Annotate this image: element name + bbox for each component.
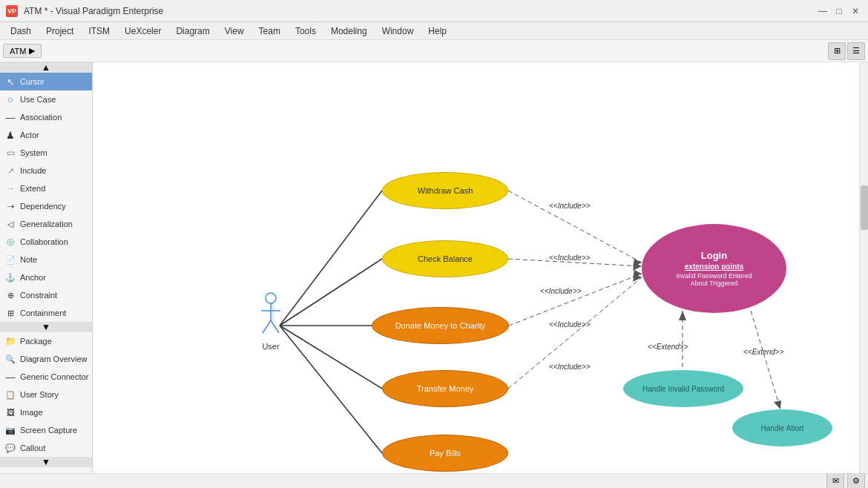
svg-marker-12	[633, 274, 642, 282]
sidebar-item-diagram[interactable]: Diagram Overview	[0, 350, 92, 368]
sidebar-item-containment[interactable]: Containment	[0, 304, 92, 322]
diagram-canvas[interactable]: User Withdraw Cash Check Balance Donate …	[93, 62, 868, 473]
menu-team[interactable]: Team	[251, 24, 288, 38]
package-icon	[4, 335, 16, 347]
list-view-button[interactable]: ☰	[847, 42, 865, 60]
sidebar-collapse-mid[interactable]: ▼	[0, 322, 92, 332]
breadcrumb[interactable]: ATM ▶	[3, 44, 42, 58]
include-label-2: <<Include>>	[549, 254, 591, 262]
main-layout: ▲ Cursor Use Case Association Actor Syst…	[0, 62, 868, 473]
sidebar-label-generalization: Generalization	[20, 220, 73, 228]
sidebar-item-package[interactable]: Package	[0, 332, 92, 350]
sidebar-label-extend: Extend	[20, 184, 45, 193]
actor-figure	[260, 292, 282, 340]
menu-window[interactable]: Window	[375, 24, 421, 38]
menu-uexceler[interactable]: UeXceler	[117, 24, 168, 38]
sidebar-item-extend[interactable]: Extend	[0, 179, 92, 197]
sidebar-item-system[interactable]: System	[0, 144, 92, 162]
svg-line-20	[263, 320, 271, 333]
sidebar-item-usecase[interactable]: Use Case	[0, 90, 92, 108]
login-ellipse[interactable]: Login extension points Invalid Password …	[642, 224, 786, 313]
usecase-paybills[interactable]: Pay Bills	[382, 435, 508, 472]
menu-tools[interactable]: Tools	[288, 24, 323, 38]
menu-modeling[interactable]: Modeling	[323, 24, 375, 38]
sidebar-item-screen[interactable]: Screen Capture	[0, 421, 92, 439]
sidebar-label-actor: Actor	[20, 131, 39, 139]
right-scroll-indicator[interactable]	[859, 62, 868, 473]
sidebar-item-actor[interactable]: Actor	[0, 126, 92, 144]
include-label-4: <<Include>>	[549, 320, 591, 329]
actor-user[interactable]: User	[260, 292, 282, 351]
sidebar-label-constraint: Constraint	[20, 291, 57, 300]
maximize-button[interactable]: □	[832, 4, 846, 18]
menu-help[interactable]: Help	[421, 24, 454, 38]
usecase-checkbal-label: Check Balance	[418, 254, 473, 263]
extend-icon	[4, 182, 16, 194]
sidebar-item-note[interactable]: Note	[0, 251, 92, 268]
sidebar-label-containment: Containment	[20, 309, 66, 317]
sidebar-item-association[interactable]: Association	[0, 108, 92, 126]
system-icon	[4, 147, 16, 159]
app-icon: VP	[6, 5, 18, 17]
usecase-transfer[interactable]: Transfer Money	[382, 370, 508, 407]
menu-dash[interactable]: Dash	[3, 24, 39, 38]
svg-point-17	[266, 293, 276, 303]
usecase-donate[interactable]: Donate Money to Charity	[372, 307, 509, 344]
sidebar-item-collaboration[interactable]: Collaboration	[0, 233, 92, 251]
extend-label-2: <<Extend>>	[743, 348, 784, 356]
sidebar-item-generalization[interactable]: Generalization	[0, 215, 92, 233]
menu-view[interactable]: View	[217, 24, 251, 38]
svg-line-0	[280, 191, 382, 326]
menu-itsm[interactable]: ITSM	[81, 24, 117, 38]
sidebar-label-collaboration: Collaboration	[20, 237, 68, 246]
association-icon	[4, 111, 16, 123]
sidebar-item-generic[interactable]: Generic Connector	[0, 368, 92, 386]
handle-abort-label: Handle Abort	[761, 424, 804, 432]
sidebar-collapse-bottom[interactable]: ▼	[0, 457, 92, 467]
sidebar-label-association: Association	[20, 113, 62, 122]
handle-abort-ellipse[interactable]: Handle Abort	[732, 409, 832, 446]
close-button[interactable]: ✕	[849, 4, 862, 18]
sidebar-item-dependency[interactable]: Dependency	[0, 197, 92, 215]
sidebar-item-story[interactable]: User Story	[0, 386, 92, 403]
include-label-1: <<Include>>	[549, 202, 591, 210]
sidebar-item-cursor[interactable]: Cursor	[0, 73, 92, 90]
sidebar-item-include[interactable]: Include	[0, 162, 92, 179]
svg-marker-14	[679, 311, 686, 320]
note-icon	[4, 254, 16, 266]
title-bar: VP ATM * - Visual Paradigm Enterprise — …	[0, 0, 868, 22]
handle-invalid-label: Handle Invalid Password	[642, 385, 724, 393]
sidebar-label-system: System	[20, 148, 47, 157]
usecase-checkbal[interactable]: Check Balance	[382, 240, 508, 277]
image-icon	[4, 406, 16, 418]
window-controls[interactable]: — □ ✕	[816, 4, 862, 18]
include-label-3: <<Include>>	[540, 287, 582, 295]
sidebar-collapse-top[interactable]: ▲	[0, 62, 92, 73]
sidebar-item-callout[interactable]: Callout	[0, 439, 92, 457]
settings-icon-button[interactable]: ⚙	[847, 472, 865, 489]
sidebar-label-image: Image	[20, 408, 43, 417]
handle-invalid-ellipse[interactable]: Handle Invalid Password	[623, 370, 743, 407]
sidebar-label-diagram: Diagram Overview	[20, 355, 87, 363]
sidebar-item-anchor[interactable]: Anchor	[0, 268, 92, 286]
sidebar-item-constraint[interactable]: Constraint	[0, 286, 92, 304]
svg-line-4	[280, 326, 382, 453]
svg-line-1	[280, 259, 382, 326]
screen-icon	[4, 424, 16, 436]
menu-project[interactable]: Project	[39, 24, 81, 38]
minimize-button[interactable]: —	[816, 4, 829, 18]
usecase-withdraw[interactable]: Withdraw Cash	[382, 172, 508, 209]
email-icon-button[interactable]: ✉	[826, 472, 844, 489]
sidebar-item-image[interactable]: Image	[0, 403, 92, 421]
grid-view-button[interactable]: ⊞	[828, 42, 846, 60]
scroll-thumb[interactable]	[861, 185, 868, 230]
story-icon	[4, 389, 16, 400]
menu-diagram[interactable]: Diagram	[168, 24, 217, 38]
actor-icon	[4, 129, 16, 141]
svg-line-3	[280, 326, 382, 389]
containment-icon	[4, 307, 16, 319]
svg-line-21	[271, 320, 279, 333]
menu-bar: Dash Project ITSM UeXceler Diagram View …	[0, 22, 868, 40]
sidebar-label-anchor: Anchor	[20, 273, 46, 282]
usecase-paybills-label: Pay Bills	[430, 449, 461, 458]
